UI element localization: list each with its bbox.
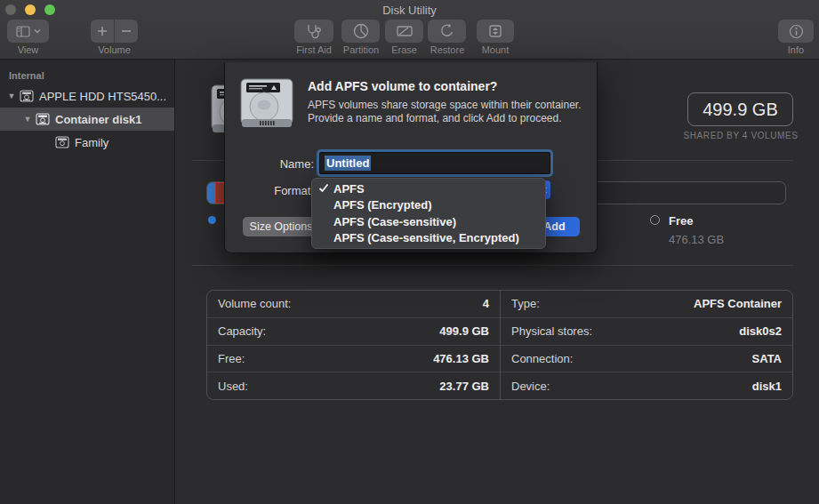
info-icon [789,24,804,39]
table-row: Type: APFS Container [501,291,792,317]
plus-icon [97,26,108,36]
table-row: Volume count: 4 [207,291,500,317]
dialog-description: APFS volumes share storage space within … [308,99,585,125]
internal-drive-icon [20,90,34,102]
first-aid-button[interactable] [294,20,333,43]
restore-button[interactable] [428,20,466,43]
name-input-value: Untitled [325,156,371,171]
sidebar-item-label: Container disk1 [55,113,142,126]
details-right-column: Type: APFS Container Physical stores: di… [500,291,792,399]
row-value: 476.13 GB [433,352,489,365]
window-title: Disk Utility [0,4,819,17]
menu-item-apfs-encrypted[interactable]: APFS (Encrypted) [312,197,545,214]
menu-item-label: APFS (Case-sensitive, Encrypted) [333,231,519,244]
add-volume-button[interactable] [91,26,114,36]
info-label: Info [778,44,814,55]
free-legend-value: 476.13 GB [669,233,724,246]
restore-arrow-icon [439,23,455,39]
separator [192,265,793,266]
table-row: Device: disk1 [501,372,792,399]
table-row: Free: 476.13 GB [207,345,500,372]
table-row: Used: 23.77 GB [207,372,500,399]
row-label: Used: [218,380,248,393]
restore-label: Restore [423,44,471,55]
info-button[interactable] [778,20,814,43]
first-aid-label: First Aid [285,44,342,55]
sidebar-item-family[interactable]: Family [0,131,174,154]
format-label: Format: [225,184,314,197]
dialog-title: Add APFS volume to container? [308,79,497,93]
partition-label: Partition [337,44,385,55]
menu-item-apfs[interactable]: APFS [312,180,545,197]
volume-label: Volume [91,44,138,55]
disk-utility-window: Disk Utility View [0,0,819,504]
row-value: APFS Container [694,297,782,310]
menu-item-label: APFS [333,182,365,196]
table-row: Connection: SATA [501,345,792,372]
row-label: Physical stores: [511,324,592,338]
pie-chart-icon [353,23,369,39]
volume-icon [55,136,69,148]
eraser-icon [396,24,414,39]
details-table: Volume count: 4 Capacity: 499.9 GB Free:… [206,290,793,400]
mount-disk-icon [488,23,502,39]
sidebar-item-label: Family [75,136,108,149]
row-label: Device: [511,380,550,393]
internal-drive-icon [36,113,50,125]
row-value: 23.77 GB [439,380,489,393]
disclosure-triangle-icon[interactable]: ▼ [7,92,16,100]
sidebar-item-label: APPLE HDD HTS5450... [39,90,166,103]
row-value: disk1 [752,380,782,393]
mount-button[interactable] [477,20,514,43]
titlebar: Disk Utility View [0,0,819,60]
format-dropdown-menu: APFS APFS (Encrypted) APFS (Case-sensiti… [311,178,546,249]
row-value: SATA [752,352,782,365]
menu-item-label: APFS (Case-sensitive) [333,215,456,228]
free-legend-circle [650,215,660,225]
minus-icon [121,26,132,36]
row-value: 499.9 GB [439,324,489,338]
sidebar-section-internal: Internal [9,70,174,81]
row-label: Volume count: [218,297,291,310]
remove-volume-button[interactable] [115,26,138,36]
table-row: Capacity: 499.9 GB [207,317,500,345]
shared-by-volumes-label: SHARED BY 4 VOLUMES [670,131,812,140]
name-input[interactable]: Untitled [319,152,550,174]
details-left-column: Volume count: 4 Capacity: 499.9 GB Free:… [207,291,500,399]
volume-segmented-control [91,20,138,43]
erase-label: Erase [385,44,423,55]
row-label: Connection: [511,352,573,365]
name-label: Name: [225,157,314,171]
row-label: Free: [218,352,245,365]
check-icon [318,183,329,193]
mount-label: Mount [477,44,514,55]
sidebar-item-apple-hdd[interactable]: ▼ APPLE HDD HTS5450... [0,84,174,108]
menu-item-apfs-case-sensitive-encrypted[interactable]: APFS (Case-sensitive, Encrypted) [312,230,545,247]
partition-button[interactable] [341,20,380,43]
sidebar: Internal ▼ APPLE HDD HTS5450... ▼ [0,60,175,504]
row-value: disk0s2 [739,324,782,338]
erase-button[interactable] [385,20,423,43]
hard-drive-icon [240,78,293,130]
disclosure-triangle-icon[interactable]: ▼ [23,115,32,124]
chevron-down-icon [34,28,41,34]
view-label: View [7,44,49,55]
volume-legend-dot [208,216,216,224]
menu-item-apfs-case-sensitive[interactable]: APFS (Case-sensitive) [312,213,545,230]
row-value: 4 [483,297,489,310]
view-button[interactable] [7,20,49,43]
container-size-badge: 499.9 GB [687,92,793,126]
size-options-button[interactable]: Size Options [243,217,319,236]
row-label: Type: [511,297,540,310]
sidebar-item-container-disk1[interactable]: ▼ Container disk1 [0,108,174,131]
sidebar-view-icon [16,26,30,37]
free-legend-label: Free [669,214,693,228]
stethoscope-icon [305,23,323,39]
usage-segment-blue [207,182,215,204]
table-row: Physical stores: disk0s2 [501,317,792,345]
menu-item-label: APFS (Encrypted) [333,198,432,212]
row-label: Capacity: [218,324,266,338]
